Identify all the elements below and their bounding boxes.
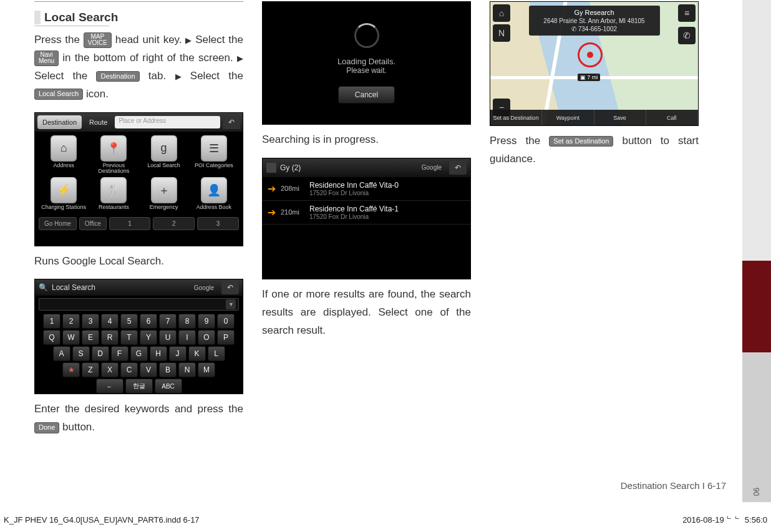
result-info: Residence Inn Caffé Vita-017520 Fox Dr L… [309,181,399,196]
phone-icon[interactable]: ✆ [678,27,696,44]
results-topbar: Gy (2) Google ↶ [263,158,470,177]
cancel-button[interactable]: Cancel [338,86,395,104]
key[interactable]: Q [43,330,61,345]
navi-menu-key: Navi Menu [34,51,59,66]
key[interactable]: B [159,362,177,377]
heading-underline [34,26,109,26]
key[interactable]: 3 [82,314,99,329]
result-distance: 208mi [281,185,304,192]
key[interactable]: M [198,362,215,377]
instruction-paragraph: Press the MAP VOICE head unit key. ▶ Sel… [34,31,243,104]
destination-item[interactable]: 📍Previous Destinations [90,135,137,175]
key[interactable]: 2 [62,314,80,329]
key[interactable]: 8 [178,314,196,329]
key[interactable]: O [198,330,215,345]
key[interactable]: K [188,346,206,361]
keyboard-row: QWERTYUIOP [35,329,243,346]
key[interactable]: C [120,362,138,377]
key[interactable]: L [208,346,225,361]
destination-item[interactable]: 👤Address Book [190,177,238,211]
compass-icon[interactable]: N [493,24,510,42]
destination-item[interactable]: 🍴Restaurants [90,177,137,211]
destination-item[interactable]: ⌂Address [40,135,87,175]
key[interactable]: J [169,346,187,361]
dropdown-icon[interactable]: ▾ [226,299,236,309]
key[interactable]: 1 [43,314,61,329]
map-bottom-button[interactable]: Waypoint [542,110,594,125]
key-mode[interactable]: ABC [155,379,182,394]
destination-item[interactable]: gLocal Search [140,135,188,175]
key[interactable]: H [150,346,167,361]
destination-item-label: Local Search [140,163,188,169]
key[interactable]: U [159,330,177,345]
destination-item-label: Charging Stations [40,205,87,211]
footer-filename: K_JF PHEV 16_G4.0[USA_EU]AVN_PART6.indd … [4,515,200,525]
key-mode[interactable]: 한글 [125,379,153,394]
home-icon[interactable]: ⌂ [493,4,510,22]
key[interactable]: V [140,362,157,377]
back-icon[interactable]: ↶ [223,115,240,129]
side-tabs: 06 [742,0,771,502]
text: in the bottom of right of the screen. [62,52,237,64]
destination-item[interactable]: ＋Emergency [140,177,188,211]
address-banner: Gy Research 2648 Prairie St. Ann Arbor, … [529,6,660,36]
key-star[interactable]: ★ [62,362,80,377]
caption-enter-keywords: Enter the desired keywords and press the… [34,400,243,437]
key[interactable]: E [82,330,99,345]
destination-item-icon: 📍 [100,135,127,162]
results-rows: ➔208miResidence Inn Caffé Vita-017520 Fo… [263,177,470,225]
result-row[interactable]: ➔210miResidence Inn Caffé Vita-117520 Fo… [263,201,470,225]
map-bottom-button[interactable]: Call [646,110,698,125]
key[interactable]: 4 [101,314,119,329]
key[interactable]: 5 [120,314,138,329]
screenshot-map: ⌂ N − ≡ ✆ Gy Research 2648 Prairie St. A… [490,1,699,126]
key[interactable]: 0 [217,314,235,329]
footer-button[interactable]: 3 [197,217,239,230]
keyboard-row: ASDFGHJKL [35,346,243,362]
key[interactable]: P [217,330,235,345]
key[interactable]: X [101,362,119,377]
key[interactable]: T [120,330,138,345]
map-bottom-bar: Set as DestinationWaypointSaveCall [490,110,698,125]
google-logo: Google [422,164,442,171]
back-icon[interactable]: ↶ [449,161,467,175]
key[interactable]: Z [82,362,99,377]
map-bottom-button[interactable]: Save [594,110,646,125]
text: Select the [34,70,96,82]
key[interactable]: R [101,330,119,345]
search-input[interactable]: Place or Address [115,116,220,128]
triangle-icon: ▶ [185,34,192,47]
destination-item-label: Restaurants [90,205,137,211]
destination-item[interactable]: ☰POI Categories [190,135,238,175]
footer-button[interactable]: 2 [153,217,195,230]
keyboard-row: ←한글ABC [35,378,243,394]
tab-destination[interactable]: Destination [37,115,82,129]
triangle-icon: ▶ [175,70,182,84]
footer-button[interactable]: Go Home [39,217,77,230]
result-row[interactable]: ➔208miResidence Inn Caffé Vita-017520 Fo… [263,177,470,201]
key[interactable]: W [62,330,80,345]
section-heading: Local Search [34,11,243,24]
key[interactable]: S [72,346,90,361]
key-mode[interactable]: ← [96,379,124,394]
back-icon[interactable]: ↶ [221,281,239,294]
map-bottom-button[interactable]: Set as Destination [490,110,542,125]
keyboard-input[interactable]: ▾ [39,298,239,311]
footer-button[interactable]: Office [79,217,107,230]
key[interactable]: I [178,330,196,345]
key[interactable]: A [53,346,70,361]
key[interactable]: G [130,346,148,361]
loading-text-2: Please wait. [346,66,387,75]
screenshot-loading: Loading Details. Please wait. Cancel [262,1,471,125]
key[interactable]: Y [140,330,157,345]
menu-icon[interactable]: ≡ [678,4,696,22]
key[interactable]: D [92,346,109,361]
key[interactable]: 6 [140,314,157,329]
destination-item[interactable]: ⚡Charging Stations [40,177,87,211]
key[interactable]: N [178,362,196,377]
key[interactable]: 7 [159,314,177,329]
tab-route[interactable]: Route [84,115,112,129]
key[interactable]: 9 [198,314,215,329]
key[interactable]: F [111,346,128,361]
footer-button[interactable]: 1 [109,217,151,230]
